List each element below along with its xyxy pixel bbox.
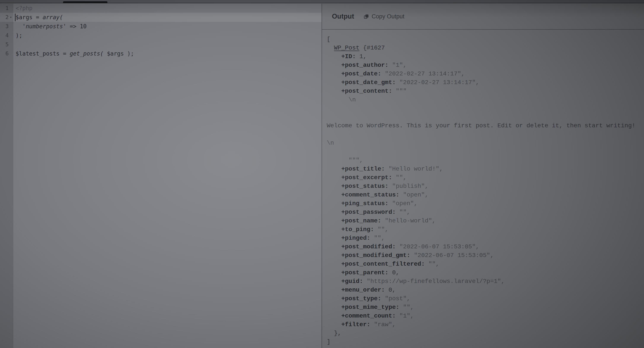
output-token: "", <box>396 174 406 181</box>
output-token <box>327 244 341 250</box>
output-token <box>327 269 341 276</box>
output-token <box>327 79 341 86</box>
line-number: 4 <box>0 31 14 40</box>
output-token: [ <box>327 36 330 42</box>
output-token <box>327 200 341 207</box>
output-token <box>327 62 341 68</box>
output-token: }, <box>334 330 342 336</box>
output-token: +post_content_filtered: <box>341 261 425 268</box>
output-title: Output <box>332 12 354 20</box>
output-token: "", <box>374 235 385 242</box>
code-line[interactable]: <?php <box>14 4 320 13</box>
line-number: 6 <box>0 49 14 58</box>
output-header: Output Copy Output <box>322 4 644 30</box>
pane-resize-divider[interactable] <box>322 4 322 348</box>
output-token: """, <box>348 157 363 164</box>
code-line[interactable] <box>14 40 320 49</box>
output-token <box>327 252 341 259</box>
output-content[interactable]: [ WP_Post {#1627 +ID: 1, +post_author: "… <box>327 35 642 348</box>
output-line: +post_date_gmt: "2022-02-27 13:14:17", <box>327 78 642 87</box>
output-line: +post_content: """ <box>327 87 642 96</box>
output-token <box>327 295 341 302</box>
code-token: $args <box>104 50 127 57</box>
output-token <box>327 174 341 181</box>
output-line: +post_excerpt: "", <box>327 173 642 182</box>
code-token: ); <box>16 32 22 39</box>
output-line: \n <box>327 139 642 148</box>
output-token: WP_Post <box>334 44 360 51</box>
output-line: }, <box>327 329 642 338</box>
output-line: +post_parent: 0, <box>327 268 642 277</box>
output-token <box>381 218 385 224</box>
output-token <box>381 70 385 77</box>
output-token <box>327 235 341 242</box>
output-token: +post_modified_gmt: <box>341 252 410 259</box>
output-line: \n <box>327 96 642 104</box>
output-token <box>327 53 341 60</box>
output-token: "raw", <box>374 321 396 328</box>
output-token <box>399 192 403 198</box>
code-token <box>16 23 22 30</box>
output-token <box>396 244 399 250</box>
output-token <box>410 252 414 259</box>
output-token <box>327 312 341 319</box>
output-token <box>370 321 374 328</box>
output-token <box>327 192 341 198</box>
code-token: array( <box>42 14 63 20</box>
output-line: +menu_order: 0, <box>327 286 642 294</box>
output-token: "", <box>403 304 414 310</box>
output-token: "1", <box>399 312 414 319</box>
output-token: +post_password: <box>341 209 396 216</box>
output-token <box>327 44 334 51</box>
output-token: +post_author: <box>341 62 388 68</box>
output-token: +post_title: <box>341 166 385 172</box>
output-line: +filter: "raw", <box>327 320 642 329</box>
output-token <box>370 235 374 242</box>
output-token: "Hello world!", <box>388 166 443 172</box>
code-line[interactable]: 'numberposts' => 10 <box>14 22 320 31</box>
code-token: $args = <box>16 14 42 20</box>
output-token: 0, <box>385 286 396 293</box>
app-window: 12▾3456 <?php$args = array( 'numberposts… <box>0 0 644 348</box>
output-token: "open", <box>392 200 418 207</box>
code-editor-pane[interactable]: 12▾3456 <?php$args = array( 'numberposts… <box>0 4 322 348</box>
output-token: +post_content: <box>341 88 392 94</box>
output-line: +to_ping: "", <box>327 225 642 234</box>
output-token: "2022-02-27 13:14:17", <box>399 79 479 86</box>
output-token: 0, <box>388 269 399 276</box>
output-line <box>327 113 642 122</box>
output-token: +post_date: <box>341 70 381 77</box>
output-token: +filter: <box>341 321 370 328</box>
output-token <box>425 261 428 268</box>
output-token <box>327 321 341 328</box>
output-token: +menu_order: <box>341 286 385 293</box>
output-token <box>327 304 341 310</box>
output-token <box>327 261 341 268</box>
fold-caret-icon[interactable]: ▾ <box>9 13 13 22</box>
code-line[interactable]: $latest_posts = get_posts( $args ); <box>14 49 320 58</box>
output-line: +pinged: "", <box>327 234 642 242</box>
code-token: get_posts( <box>70 50 104 57</box>
output-token: +post_date_gmt: <box>341 79 396 86</box>
output-line: Welcome to WordPress. This is your first… <box>327 122 642 130</box>
output-token <box>327 330 334 336</box>
output-token: +post_name: <box>341 218 381 224</box>
code-line[interactable]: ); <box>14 31 320 40</box>
output-token: +pinged: <box>341 235 370 242</box>
copy-icon <box>364 14 369 20</box>
line-number: 5 <box>0 40 14 49</box>
output-line: +post_status: "publish", <box>327 182 642 191</box>
output-token: "1", <box>392 62 406 68</box>
output-token <box>327 209 341 216</box>
copy-output-button[interactable]: Copy Output <box>364 13 404 20</box>
output-line: +post_author: "1", <box>327 61 642 70</box>
code-line[interactable]: $args = array( <box>14 13 320 22</box>
output-line: +post_date: "2022-02-27 13:14:17", <box>327 70 642 78</box>
text-cursor <box>15 14 16 21</box>
output-line <box>327 104 642 113</box>
line-number: 1 <box>0 4 14 13</box>
copy-output-label: Copy Output <box>372 13 404 20</box>
code-token: 10 <box>80 23 86 30</box>
output-token <box>327 278 341 285</box>
output-token <box>392 174 396 181</box>
